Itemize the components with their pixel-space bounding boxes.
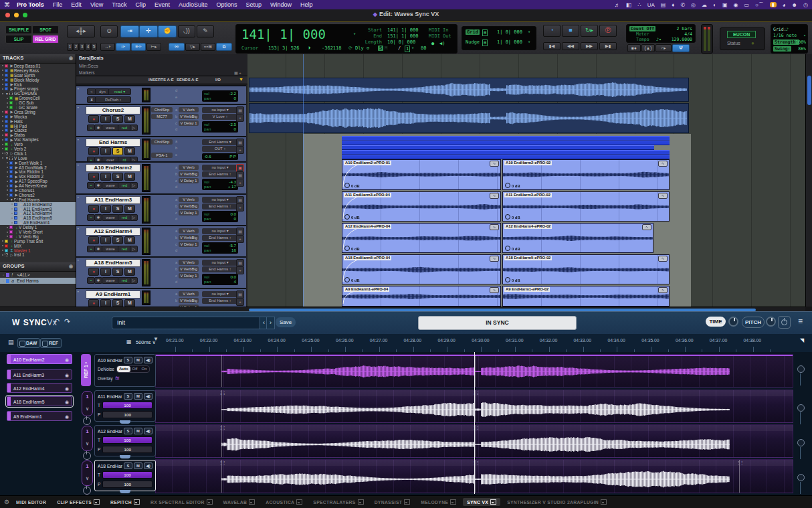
zoom-preset-2[interactable]: 2 (73, 43, 79, 51)
count-off-value[interactable]: 2 bars (677, 26, 692, 31)
audio-clip[interactable]: A11 EndHarm3-ePRO-04∿0 dB (342, 191, 501, 222)
editor-tab-clip-effects[interactable]: CLIP EFFECTS (53, 498, 104, 506)
battery-icon[interactable]: ▭ (744, 2, 749, 8)
sends-column-header[interactable]: SENDS A-E (177, 78, 198, 82)
output-path-selector[interactable]: V Love ↑ (202, 114, 238, 120)
markers-add-icon[interactable]: ▦ + (234, 70, 241, 75)
input-path-selector[interactable]: no input ▾ (202, 197, 238, 203)
add-row-icon[interactable]: + (236, 266, 244, 274)
elastic-algorithm-button[interactable]: rd (118, 157, 131, 161)
eucon-badge[interactable]: EUCON (727, 31, 756, 38)
lane-power-button[interactable] (83, 417, 91, 425)
sidebar-track-a4-neverknew[interactable]: ▶A4 NeverKnew (0, 183, 76, 188)
min-secs-ruler-label[interactable]: Min:Secs (79, 64, 98, 68)
output-path-selector[interactable]: End Harms ↑ (202, 203, 238, 209)
volume-pan-display[interactable]: vol-5.7pan16 (202, 242, 238, 254)
input-path-selector[interactable]: no input ▾ (202, 260, 238, 266)
clip-drag-handle[interactable]: ⋮⋮ (219, 390, 225, 396)
send-slot[interactable]: aV Verb (175, 197, 199, 202)
lane-zoom-knob[interactable] (797, 404, 805, 412)
playlist-view-button[interactable]: over (102, 157, 119, 161)
redo-icon[interactable]: ↷ (64, 317, 70, 326)
pitch-amount-slider[interactable]: 100 (102, 446, 153, 453)
clip-drag-handle[interactable]: ⋮⋮ (219, 425, 225, 431)
solo-button[interactable]: S (112, 147, 123, 155)
selection-length[interactable]: 10| 0| 000 (387, 39, 415, 45)
clip-gain-label[interactable]: 0 dB (505, 246, 520, 251)
audio-clip[interactable]: A9 EndHarm1-ePRO-02∿ (502, 286, 670, 307)
sidebar-track-a10-endharm2[interactable]: ▶A10 EndHarm2 (0, 202, 76, 207)
strength-value[interactable]: 100% (795, 39, 806, 45)
count-off-label[interactable]: Count Off (629, 26, 655, 31)
bars-beats-ruler-label[interactable]: Bars|Beats (79, 56, 104, 60)
send-assignment[interactable]: V VerbBig (179, 298, 199, 303)
cloud-icon[interactable]: ☁ (702, 2, 707, 8)
send-slot[interactable]: aV Verb (175, 165, 199, 170)
time-amount-slider[interactable]: 100 (102, 402, 153, 409)
audio-icon[interactable]: ♦ (672, 2, 674, 8)
lane-group-button[interactable]: 1∨ (82, 391, 93, 416)
automation-follows-edit-button[interactable]: ▽▸ (185, 43, 200, 51)
save-preset-button[interactable]: Save (276, 317, 296, 327)
speaker-button[interactable]: ◀) (144, 393, 153, 400)
mute-button[interactable]: M (124, 115, 135, 123)
track-freeze-icon[interactable]: ◓ (77, 195, 80, 199)
sidebar-track-verb-2[interactable]: ↓Verb 2 (0, 147, 76, 151)
audio-clip[interactable]: A18 EndHarm5-ePRO-04∿0 dB (342, 254, 501, 284)
main-counter-dropdown-icon[interactable]: ▾ (353, 31, 356, 37)
pitch-knob[interactable] (766, 317, 776, 327)
window-split-icon[interactable]: ▮▯ (626, 2, 632, 8)
lane-zoom-knob[interactable] (797, 365, 805, 373)
globe-icon[interactable]: ◎ (691, 2, 696, 8)
io-column-header[interactable]: I/O (215, 78, 221, 82)
lane-pull-tab[interactable] (120, 455, 130, 458)
clip-gain-label[interactable]: 0 dB (344, 183, 360, 188)
expand-icon[interactable]: ▷ (130, 214, 138, 221)
preset-field[interactable]: Init (112, 317, 267, 329)
input-monitor-button[interactable]: I (100, 236, 111, 244)
sidebar-track-master-1[interactable]: ΣMaster 1 (0, 248, 76, 253)
editor-tab-rx-spectral-editor[interactable]: RX SPECTRAL EDITOR (146, 498, 217, 506)
send-assignment[interactable]: V Delay 1 (179, 210, 199, 216)
send-assignment[interactable]: V VerbBig (179, 235, 199, 240)
sidebar-track-soar-synth[interactable]: ▦Soar Synth (0, 73, 76, 78)
selector-tool[interactable]: ✛ (139, 25, 158, 37)
tempo-ruler-button[interactable]: ⌐▸ (655, 44, 672, 52)
track-name-box[interactable]: A10 EndHarm2 (86, 164, 140, 172)
elastic-algorithm-button[interactable]: red (118, 124, 131, 131)
input-path-selector[interactable]: End Harms ▾ (202, 139, 238, 145)
input-monitor-button[interactable]: I (100, 268, 111, 276)
add-row-icon[interactable]: + (236, 235, 244, 243)
record-enable-button[interactable]: ● (88, 173, 99, 181)
track-freeze-icon[interactable]: ◓ (77, 258, 80, 262)
send-slot[interactable]: bV VerbBig (175, 203, 199, 209)
clip-gain-label[interactable]: 0 dB (505, 277, 520, 282)
solo-button[interactable]: S (124, 428, 132, 434)
online-button[interactable]: ◔ (543, 25, 561, 37)
lane-power-button[interactable] (83, 487, 91, 495)
dual-monitor-button[interactable]: ⧉ (216, 43, 232, 51)
record-enable-button[interactable]: ● (88, 299, 99, 307)
sidebar-track-gc-sub[interactable]: ↓GC Sub (0, 100, 76, 105)
meter-label[interactable]: Meter (636, 31, 649, 37)
sidebar-track-a18-endharm5[interactable]: ▶A18 EndHarm5 (0, 216, 76, 220)
editor-tab-acoustica[interactable]: ACOUSTICA (262, 498, 306, 506)
send-slot[interactable]: d (175, 185, 179, 190)
send-slot[interactable]: c (175, 153, 179, 158)
sidebar-track-vox-riddim-1[interactable]: ▶Vox Riddim 1 (0, 169, 76, 174)
visibility-eye-icon[interactable]: ◉ (65, 412, 69, 422)
group-enable-icon[interactable]: ◦ (3, 272, 4, 277)
folder-open-icon[interactable]: ▾ (9, 197, 14, 201)
return-to-zero-button[interactable]: ▮◀ (543, 42, 561, 50)
lane-power-button[interactable] (83, 452, 91, 460)
send-slot[interactable]: aV Verb (175, 107, 199, 112)
clip-drag-handle[interactable]: ⋮⋮ (472, 425, 479, 431)
arrange-area[interactable]: A10 EndHarm2-ePRO-01∿0 dBA10 EndHarm2-eP… (247, 54, 805, 311)
solo-indicator[interactable]: S (378, 46, 383, 51)
send-slot[interactable]: aV Verb (175, 260, 199, 265)
track-freeze-icon[interactable]: ◓ (77, 290, 80, 294)
audio-clip[interactable]: A12 EndHarm4-ePRO-02∿0 dB (502, 223, 653, 253)
send-assignment[interactable]: V VerbBig (179, 203, 199, 209)
mic-icon[interactable]: ▮ (770, 2, 777, 7)
overlay-waveform-icon[interactable]: ≋ (114, 375, 120, 382)
